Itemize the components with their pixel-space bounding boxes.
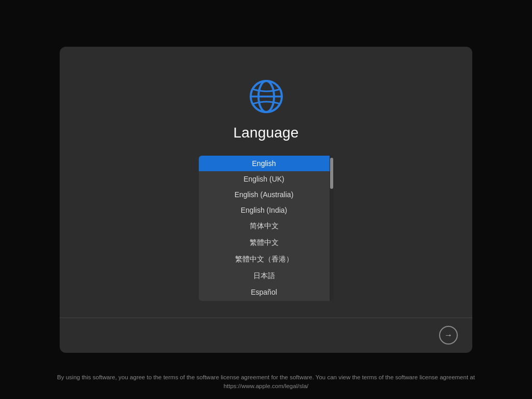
main-panel: Language EnglishEnglish (UK)English (Aus… xyxy=(60,47,472,353)
language-item-chinese-simplified[interactable]: 简体中文 xyxy=(199,218,330,235)
language-item-chinese-hk[interactable]: 繁體中文（香港） xyxy=(199,251,330,268)
next-arrow-icon: → xyxy=(444,331,453,340)
next-button[interactable]: → xyxy=(439,326,458,345)
footer-text: By using this software, you agree to the… xyxy=(0,365,532,400)
globe-icon xyxy=(248,78,285,115)
language-item-english[interactable]: English xyxy=(199,156,330,171)
language-item-chinese-traditional[interactable]: 繁體中文 xyxy=(199,235,330,251)
page-title: Language xyxy=(233,125,298,141)
language-item-spanish[interactable]: Español xyxy=(199,284,330,300)
panel-footer: → xyxy=(60,318,472,353)
scrollbar-thumb xyxy=(330,158,333,189)
language-item-english-australia[interactable]: English (Australia) xyxy=(199,187,330,202)
scrollbar-track[interactable] xyxy=(330,156,334,301)
language-item-spanish-latin[interactable]: Español (Latinoamérica) xyxy=(199,300,330,301)
language-item-english-uk[interactable]: English (UK) xyxy=(199,171,330,187)
language-list-container: EnglishEnglish (UK)English (Australia)En… xyxy=(199,156,334,301)
language-item-japanese[interactable]: 日本語 xyxy=(199,268,330,284)
language-list[interactable]: EnglishEnglish (UK)English (Australia)En… xyxy=(199,156,330,301)
content-area: Language EnglishEnglish (UK)English (Aus… xyxy=(60,47,472,318)
language-item-english-india[interactable]: English (India) xyxy=(199,202,330,218)
